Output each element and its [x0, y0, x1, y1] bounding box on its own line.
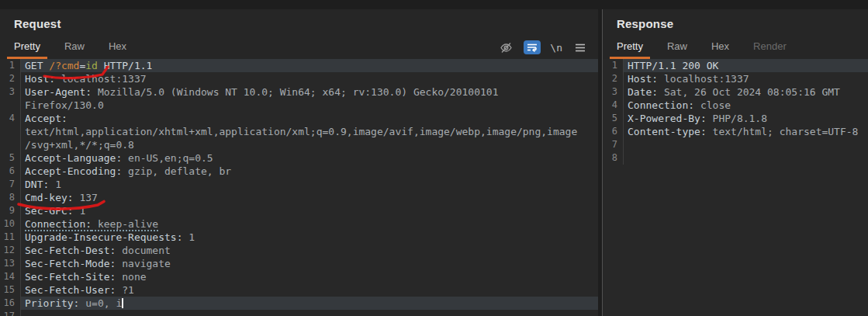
- line-content: /svg+xml,*/*;q=0.8: [21, 138, 598, 151]
- line-number: 9: [0, 204, 21, 217]
- code-line: 2Host: localhost:1337: [0, 72, 598, 85]
- tab-pretty[interactable]: Pretty: [610, 37, 650, 59]
- line-content: Host: localhost:1337: [624, 72, 868, 85]
- line-content: [21, 310, 598, 316]
- line-number: 12: [0, 244, 21, 257]
- code-line: 16Priority: u=0, i: [0, 297, 598, 310]
- code-line: 5X-Powered-By: PHP/8.1.8: [603, 112, 868, 125]
- line-number: 16: [0, 297, 21, 310]
- line-content: X-Powered-By: PHP/8.1.8: [624, 112, 868, 125]
- code-line: 3Date: Sat, 26 Oct 2024 08:05:16 GMT: [603, 85, 868, 99]
- code-line: 15Sec-Fetch-User: ?1: [0, 283, 598, 297]
- code-line: text/html,application/xhtml+xml,applicat…: [0, 125, 598, 138]
- line-number: 3: [603, 85, 624, 99]
- line-content: Accept-Encoding: gzip, deflate, br: [21, 165, 598, 178]
- line-number: 7: [603, 138, 624, 151]
- line-number: 8: [603, 151, 624, 165]
- request-tabs: PrettyRawHex: [7, 37, 144, 59]
- text-caret: [122, 298, 123, 308]
- line-number: 7: [0, 178, 21, 191]
- code-line: 14Sec-Fetch-Site: none: [0, 270, 598, 283]
- tab-render: Render: [746, 37, 794, 59]
- line-content: GET /?cmd=id HTTP/1.1: [21, 59, 598, 72]
- code-line: 7: [603, 138, 868, 151]
- word-wrap-icon[interactable]: [524, 40, 541, 54]
- line-number: 3: [0, 85, 21, 99]
- line-number: 4: [0, 112, 21, 125]
- line-content: [624, 138, 868, 151]
- code-line: 12Sec-Fetch-Dest: document: [0, 244, 598, 257]
- line-content: Firefox/130.0: [21, 99, 598, 112]
- line-content: text/html,application/xhtml+xml,applicat…: [21, 125, 598, 138]
- line-number: 8: [0, 191, 21, 204]
- line-number: 13: [0, 257, 21, 270]
- line-number: 4: [603, 99, 624, 112]
- line-content: Cmd-key: 137: [21, 191, 598, 204]
- code-line: 5Accept-Language: en-US,en;q=0.5: [0, 151, 598, 165]
- code-line: 8: [603, 151, 868, 165]
- line-content: Date: Sat, 26 Oct 2024 08:05:16 GMT: [624, 85, 868, 99]
- code-line: 2Host: localhost:1337: [603, 72, 868, 85]
- line-number: 14: [0, 270, 21, 283]
- line-number: 15: [0, 283, 21, 297]
- code-line: 4Accept:: [0, 112, 598, 125]
- line-content: Sec-Fetch-Site: none: [21, 270, 598, 283]
- tab-hex[interactable]: Hex: [704, 37, 736, 59]
- line-number: [0, 138, 21, 151]
- line-content: Host: localhost:1337: [21, 72, 598, 85]
- code-line: 8Cmd-key: 137: [0, 191, 598, 204]
- menu-icon[interactable]: [572, 40, 589, 54]
- line-number: 11: [0, 231, 21, 244]
- code-line: 11Upgrade-Insecure-Requests: 1: [0, 231, 598, 244]
- line-content: User-Agent: Mozilla/5.0 (Windows NT 10.0…: [21, 85, 598, 99]
- request-editor[interactable]: 1GET /?cmd=id HTTP/1.12Host: localhost:1…: [0, 59, 598, 316]
- code-line: /svg+xml,*/*;q=0.8: [0, 138, 598, 151]
- response-title: Response: [603, 17, 868, 37]
- response-header: Response PrettyRawHexRender: [603, 9, 868, 59]
- line-number: [0, 125, 21, 138]
- line-number: 10: [0, 217, 21, 231]
- line-content: Priority: u=0, i: [21, 297, 598, 310]
- line-content: Connection: close: [624, 99, 868, 112]
- code-line: 3User-Agent: Mozilla/5.0 (Windows NT 10.…: [0, 85, 598, 99]
- line-number: 1: [0, 59, 21, 72]
- code-line: 7DNT: 1: [0, 178, 598, 191]
- code-line: 4Connection: close: [603, 99, 868, 112]
- line-content: Sec-Fetch-User: ?1: [21, 283, 598, 297]
- tab-hex[interactable]: Hex: [102, 37, 133, 59]
- line-content: Accept-Language: en-US,en;q=0.5: [21, 151, 598, 165]
- line-content: Content-type: text/html; charset=UTF-8: [624, 125, 868, 138]
- line-number: 6: [0, 165, 21, 178]
- code-line: 17: [0, 310, 598, 316]
- line-number: 6: [603, 125, 624, 138]
- code-line: 9Sec-GPC: 1: [0, 204, 598, 217]
- tab-pretty[interactable]: Pretty: [7, 37, 47, 59]
- line-content: DNT: 1: [21, 178, 598, 191]
- line-content: Sec-Fetch-Dest: document: [21, 244, 598, 257]
- line-number: 17: [0, 310, 21, 316]
- line-number: [0, 99, 21, 112]
- line-content: Sec-GPC: 1: [21, 204, 598, 217]
- line-content: Upgrade-Insecure-Requests: 1: [21, 231, 598, 244]
- tab-raw[interactable]: Raw: [660, 37, 694, 59]
- line-content: Accept:: [21, 112, 598, 125]
- line-content: HTTP/1.1 200 OK: [624, 59, 868, 72]
- tab-raw[interactable]: Raw: [57, 37, 92, 59]
- line-content: Sec-Fetch-Mode: navigate: [21, 257, 598, 270]
- request-header: Request PrettyRawHex: [0, 9, 598, 59]
- request-toolbar: \n: [497, 40, 589, 59]
- hide-matches-icon[interactable]: [497, 40, 514, 54]
- newline-icon[interactable]: \n: [550, 42, 562, 54]
- request-title: Request: [0, 17, 598, 37]
- line-number: 2: [0, 72, 21, 85]
- code-line: 1HTTP/1.1 200 OK: [603, 59, 868, 72]
- line-number: 5: [0, 151, 21, 165]
- code-line: Firefox/130.0: [0, 99, 598, 112]
- response-panel: Response PrettyRawHexRender 1HTTP/1.1 20…: [603, 9, 868, 316]
- message-editor-split: Request PrettyRawHex: [0, 9, 868, 316]
- code-line: 6Content-type: text/html; charset=UTF-8: [603, 125, 868, 138]
- line-number: 1: [603, 59, 624, 72]
- response-tabs: PrettyRawHexRender: [610, 37, 804, 59]
- response-editor[interactable]: 1HTTP/1.1 200 OK2Host: localhost:13373Da…: [603, 59, 868, 316]
- line-number: 2: [603, 72, 624, 85]
